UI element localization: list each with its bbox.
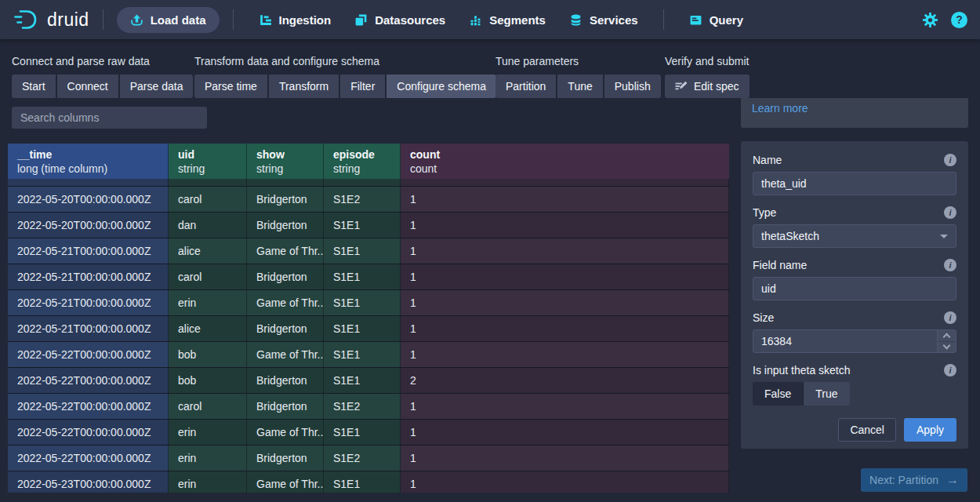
info-icon[interactable]: i — [944, 311, 956, 324]
column-type: count — [410, 162, 729, 176]
step-row: Partition Tune Publish — [495, 75, 661, 98]
info-icon[interactable]: i — [944, 259, 956, 271]
nav-item-services[interactable]: Services — [569, 13, 638, 27]
step-group-title: Tune parameters — [495, 55, 661, 67]
stepper-down-button[interactable] — [937, 341, 956, 353]
nav-item-datasources[interactable]: Datasources — [354, 13, 445, 27]
table-cell: 1 — [401, 342, 729, 367]
table-cell: 2022-05-21T00:00:00.000Z — [8, 264, 169, 289]
step-filter[interactable]: Filter — [340, 75, 385, 98]
column-header-count[interactable]: count count — [401, 144, 729, 179]
step-publish[interactable]: Publish — [604, 75, 661, 98]
table-row: 2022-05-22T00:00:00.000ZbobBridgertonS1E… — [8, 367, 729, 393]
name-label: Name — [753, 154, 782, 166]
nav-item-label: Datasources — [375, 13, 445, 27]
navbar: druid Load data Ingestion Datasour — [0, 0, 980, 39]
nav-item-label: Services — [590, 13, 638, 27]
step-tune[interactable]: Tune — [557, 75, 602, 98]
false-button[interactable]: False — [753, 382, 804, 406]
help-icon[interactable]: ? — [951, 12, 967, 28]
info-icon[interactable]: i — [944, 364, 956, 376]
learn-more-link[interactable]: Learn more — [752, 102, 808, 115]
column-name: episode — [333, 147, 400, 162]
info-icon[interactable]: i — [944, 206, 956, 219]
table-row: 2022-05-21T00:00:00.000ZaliceBridgertonS… — [8, 315, 729, 341]
column-header-show[interactable]: show string — [247, 144, 324, 179]
table-header: __time long (time column) uid string sho… — [8, 144, 729, 179]
step-edit-spec[interactable]: Edit spec — [665, 75, 750, 98]
table-cell: 2022-05-21T00:00:00.000Z — [8, 290, 169, 315]
gear-icon[interactable] — [922, 12, 938, 28]
table-row: 2022-05-22T00:00:00.000ZbobGame of Thr..… — [8, 341, 729, 367]
table-cell: Bridgerton — [247, 316, 324, 341]
size-stepper — [753, 329, 956, 353]
table-cell: erin — [169, 446, 247, 471]
size-field[interactable] — [753, 329, 956, 353]
step-transform[interactable]: Transform — [269, 75, 339, 98]
table-cell: Game of Thr... — [247, 420, 324, 445]
table-cell: S1E1 — [324, 213, 401, 238]
is-input-theta-sketch-toggle: False True — [753, 382, 850, 406]
table-cell: 2022-05-21T00:00:00.000Z — [8, 316, 169, 341]
stepper-up-button[interactable] — [937, 330, 956, 341]
is-input-theta-sketch-label: Is input theta sketch — [753, 364, 851, 376]
table-row-partial — [8, 179, 729, 186]
nav-divider — [233, 9, 234, 30]
panel-actions: Cancel Apply — [753, 418, 956, 442]
table-cell: Bridgerton — [247, 446, 324, 471]
table-cell — [247, 179, 324, 186]
table-row: 2022-05-23T00:00:00.000ZerinGame of Thr.… — [8, 471, 729, 493]
step-connect[interactable]: Connect — [57, 75, 118, 98]
table-cell: erin — [169, 420, 247, 445]
table-cell — [324, 179, 401, 186]
column-header-uid[interactable]: uid string — [169, 144, 247, 179]
step-parse-data[interactable]: Parse data — [120, 75, 194, 98]
schema-preview-table: __time long (time column) uid string sho… — [8, 144, 729, 493]
segments-icon — [469, 13, 482, 27]
field-name-field[interactable] — [753, 277, 956, 300]
next-partition-button[interactable]: Next: Partition → — [861, 468, 967, 492]
column-type: string — [333, 162, 400, 176]
table-cell: 1 — [401, 290, 729, 315]
table-cell: 2022-05-20T00:00:00.000Z — [8, 187, 169, 212]
cloud-upload-icon — [130, 13, 143, 27]
step-start[interactable]: Start — [12, 75, 56, 98]
step-row: Edit spec — [665, 75, 750, 98]
true-button[interactable]: True — [804, 382, 849, 406]
table-cell: alice — [169, 316, 247, 341]
info-icon[interactable]: i — [944, 154, 956, 166]
column-header-time[interactable]: __time long (time column) — [8, 144, 169, 179]
step-configure-schema[interactable]: Configure schema — [387, 75, 496, 98]
table-cell: bob — [169, 368, 247, 393]
table-cell: erin — [169, 471, 247, 493]
nav-item-segments[interactable]: Segments — [469, 13, 546, 27]
step-parse-time[interactable]: Parse time — [194, 75, 267, 98]
name-field[interactable] — [753, 172, 956, 195]
chevron-down-icon — [943, 341, 951, 349]
table-cell: Bridgerton — [247, 213, 324, 238]
table-row: 2022-05-20T00:00:00.000ZdanBridgertonS1E… — [8, 212, 729, 238]
column-header-episode[interactable]: episode string — [324, 144, 401, 179]
table-cell: 2022-05-22T00:00:00.000Z — [8, 368, 169, 393]
druid-logo[interactable]: druid — [13, 8, 89, 31]
size-label: Size — [753, 311, 774, 324]
search-input[interactable] — [12, 107, 207, 129]
next-button-label: Next: Partition — [869, 474, 938, 486]
step-partition[interactable]: Partition — [495, 75, 556, 98]
apply-button[interactable]: Apply — [904, 418, 956, 442]
nav-item-load-data[interactable]: Load data — [117, 7, 220, 33]
table-cell: 2022-05-20T00:00:00.000Z — [8, 213, 169, 238]
navbar-right: ? — [922, 12, 967, 28]
nav-item-query[interactable]: Query — [689, 13, 743, 27]
cancel-button[interactable]: Cancel — [838, 418, 896, 442]
table-cell: Game of Thr... — [247, 471, 324, 493]
table-cell: 2022-05-22T00:00:00.000Z — [8, 394, 169, 419]
nav-item-ingestion[interactable]: Ingestion — [259, 13, 332, 27]
table-cell: S1E1 — [324, 290, 401, 315]
table-cell: Bridgerton — [247, 264, 324, 289]
table-cell: 2022-05-21T00:00:00.000Z — [8, 238, 169, 264]
table-cell — [169, 179, 247, 186]
table-cell: S1E1 — [324, 420, 401, 445]
type-select[interactable]: thetaSketch — [753, 224, 956, 248]
table-cell: S1E2 — [324, 394, 401, 419]
